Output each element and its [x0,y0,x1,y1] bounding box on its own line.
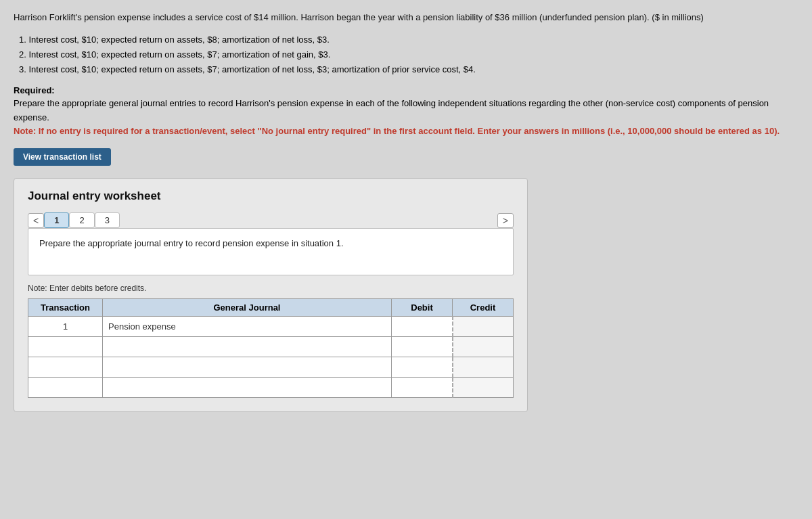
next-tab-arrow[interactable]: > [497,213,514,228]
intro-main-text: Harrison Forklift's pension expense incl… [14,11,798,24]
table-row [28,337,514,357]
credit-cell-4[interactable] [453,378,514,398]
header-debit: Debit [392,299,453,317]
tab-description: Prepare the appropriate journal entry to… [28,228,514,275]
worksheet-title: Journal entry worksheet [28,189,514,203]
debit-cell-1[interactable] [392,317,453,337]
table-row [28,357,514,378]
debit-cell-4[interactable] [392,378,453,398]
transaction-num-3 [28,357,103,378]
general-journal-entry-3[interactable] [103,357,392,378]
transaction-num-1: 1 [28,317,103,337]
transaction-num-4 [28,378,103,398]
credit-cell-3[interactable] [453,357,514,378]
debit-cell-3[interactable] [392,357,453,378]
item-2: 2. Interest cost, $10; expected return o… [19,47,798,62]
table-row: 1 Pension expense [28,317,514,337]
header-credit: Credit [453,299,514,317]
debit-cell-2[interactable] [392,337,453,357]
item-1: 1. Interest cost, $10; expected return o… [19,32,798,47]
items-list: 1. Interest cost, $10; expected return o… [19,32,798,77]
credit-cell-2[interactable] [453,337,514,357]
general-journal-entry-1[interactable]: Pension expense [103,317,392,337]
required-text: Prepare the appropriate general journal … [14,97,798,139]
journal-table: Transaction General Journal Debit Credit… [28,298,514,398]
required-normal-text: Prepare the appropriate general journal … [14,98,769,122]
required-label: Required: [14,85,798,95]
general-journal-entry-4[interactable] [103,378,392,398]
tabs-navigation: < 1 2 3 > [28,212,514,228]
tab-2[interactable]: 2 [69,212,94,228]
tab-3[interactable]: 3 [95,212,120,228]
view-transaction-list-button[interactable]: View transaction list [14,148,111,166]
intro-section: Harrison Forklift's pension expense incl… [14,11,798,77]
credit-cell-1[interactable] [453,317,514,337]
required-section: Required: Prepare the appropriate genera… [14,85,798,139]
tab-1[interactable]: 1 [44,212,69,228]
general-journal-entry-2[interactable] [103,337,392,357]
worksheet-container: Journal entry worksheet < 1 2 3 > Prepar… [14,178,528,412]
table-row [28,378,514,398]
header-general-journal: General Journal [103,299,392,317]
transaction-num-2 [28,337,103,357]
required-bold-red-text: Note: If no entry is required for a tran… [14,126,780,136]
prev-tab-arrow[interactable]: < [28,213,44,228]
note-text: Note: Enter debits before credits. [28,284,514,293]
header-transaction: Transaction [28,299,103,317]
item-3: 3. Interest cost, $10; expected return o… [19,62,798,77]
